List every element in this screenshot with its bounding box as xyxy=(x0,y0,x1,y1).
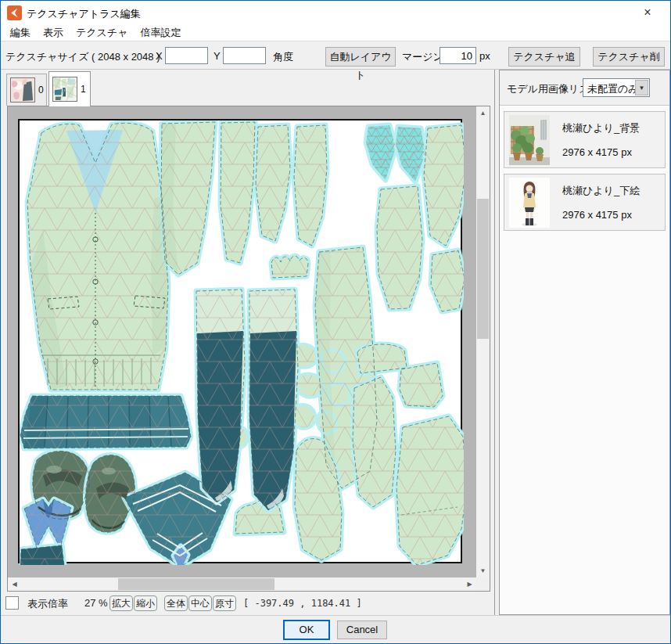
atlas-canvas-area[interactable] xyxy=(8,106,476,577)
list-item-name: 桃瀬ひより_下絵 xyxy=(562,184,640,198)
x-input[interactable] xyxy=(165,47,208,64)
y-input[interactable] xyxy=(223,47,266,64)
ok-button[interactable]: OK xyxy=(284,621,329,639)
title-bar: テクスチャアトラス編集 × xyxy=(1,1,670,24)
zoom-label: 表示倍率 xyxy=(27,597,68,611)
texture-page[interactable] xyxy=(18,119,462,563)
zoom-in-button[interactable]: 拡大 xyxy=(109,595,133,611)
dialog-footer: OK Cancel xyxy=(1,615,670,644)
zoom-value: 27 % xyxy=(84,597,108,609)
list-item-background[interactable]: 桃瀬ひより_背景 2976 x 4175 px xyxy=(504,111,666,168)
horizontal-scroll-thumb[interactable] xyxy=(118,578,274,590)
center-button[interactable]: 中心 xyxy=(188,595,212,611)
app-logo-icon xyxy=(7,5,22,20)
window-title: テクスチャアトラス編集 xyxy=(27,7,141,21)
texture-atlas-dialog: テクスチャアトラス編集 × 編集 表示 テクスチャ 倍率設定 テクスチャサイズ … xyxy=(0,0,671,644)
toolbar: テクスチャサイズ ( 2048 x 2048 ) X Y 角度 自動レイアウト … xyxy=(1,41,670,70)
texture-tab-1-label: 1 xyxy=(81,84,86,95)
placement-filter-value: 未配置のみ xyxy=(587,82,639,96)
list-item-name: 桃瀬ひより_背景 xyxy=(562,121,640,135)
horizontal-scrollbar[interactable]: ◀ ▶ xyxy=(8,577,476,591)
menu-bar: 編集 表示 テクスチャ 倍率設定 xyxy=(1,24,670,41)
remove-texture-button[interactable]: テクスチャ削除 xyxy=(593,47,665,67)
texture-tab-0-thumbnail xyxy=(10,77,35,103)
status-bar: 表示倍率 27 % 拡大 縮小 全体 中心 原寸 [ -397.49 , 118… xyxy=(4,594,490,614)
texture-tab-0-label: 0 xyxy=(38,85,44,95)
margin-input[interactable] xyxy=(440,47,476,64)
angle-label: 角度 xyxy=(273,50,293,64)
list-item-draft[interactable]: 桃瀬ひより_下絵 2976 x 4175 px xyxy=(504,174,666,231)
menu-view[interactable]: 表示 xyxy=(37,24,70,41)
auto-layout-button[interactable]: 自動レイアウト xyxy=(325,47,396,67)
zoom-out-button[interactable]: 縮小 xyxy=(134,595,157,611)
dropdown-arrow-icon[interactable]: ▼ xyxy=(635,80,648,95)
y-label: Y xyxy=(214,50,221,62)
cancel-button[interactable]: Cancel xyxy=(337,621,387,639)
x-label: X xyxy=(156,50,163,62)
vertical-scroll-thumb[interactable] xyxy=(477,199,489,339)
atlas-canvas-frame: ▲ ▼ ◀ ▶ xyxy=(7,106,490,592)
add-texture-button[interactable]: テクスチャ追加 xyxy=(508,47,580,67)
texture-size-label: テクスチャサイズ ( 2048 x 2048 ) xyxy=(5,50,160,64)
scroll-up-icon[interactable]: ▲ xyxy=(476,106,490,120)
vertical-scrollbar[interactable]: ▲ ▼ xyxy=(476,106,490,577)
placement-filter-dropdown[interactable]: 未配置のみ ▼ xyxy=(583,78,650,97)
fit-whole-button[interactable]: 全体 xyxy=(164,595,188,611)
panel-divider xyxy=(494,70,495,615)
texture-tab-1-thumbnail xyxy=(52,77,77,102)
cursor-coordinates: [ -397.49 , 1184.41 ] xyxy=(243,598,362,609)
margin-label: マージン xyxy=(402,50,443,64)
actual-size-button[interactable]: 原寸 xyxy=(213,595,236,611)
scroll-down-icon[interactable]: ▼ xyxy=(476,564,490,577)
menu-scale-settings[interactable]: 倍率設定 xyxy=(135,24,188,41)
texture-atlas-drawing xyxy=(20,121,464,565)
list-item-size: 2976 x 4175 px xyxy=(562,146,632,158)
texture-tab-0[interactable]: 0 xyxy=(6,74,47,106)
background-thumbnail xyxy=(509,115,550,165)
scroll-right-icon[interactable]: ▶ xyxy=(463,577,476,591)
model-image-panel: モデル用画像リスト 未配置のみ ▼ xyxy=(499,70,670,615)
draft-thumbnail xyxy=(509,178,550,228)
menu-texture[interactable]: テクスチャ xyxy=(70,24,135,41)
model-image-list: 桃瀬ひより_背景 2976 x 4175 px xyxy=(500,106,669,614)
menu-edit[interactable]: 編集 xyxy=(4,24,37,41)
texture-tab-1[interactable]: 1 xyxy=(48,71,91,106)
scroll-left-icon[interactable]: ◀ xyxy=(8,577,21,591)
close-icon[interactable]: × xyxy=(636,5,659,20)
zoom-checkbox[interactable] xyxy=(5,596,19,610)
margin-unit-label: px xyxy=(479,50,490,62)
model-image-panel-header: モデル用画像リスト 未配置のみ ▼ xyxy=(500,70,669,106)
list-item-size: 2976 x 4175 px xyxy=(562,209,632,221)
